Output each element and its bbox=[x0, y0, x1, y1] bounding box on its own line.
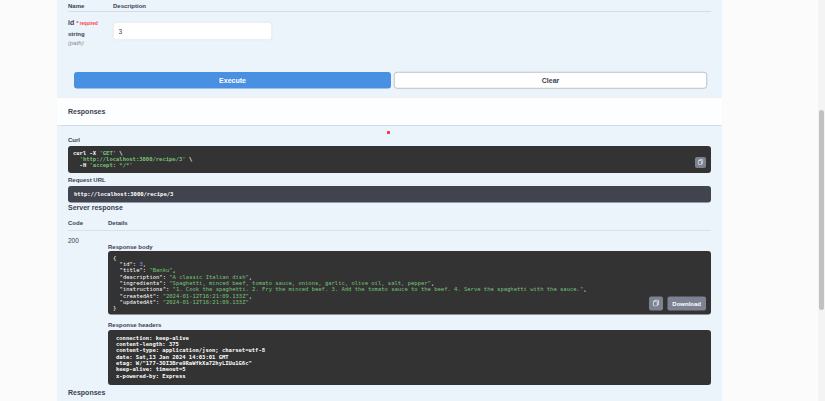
required-badge: * required bbox=[76, 21, 98, 26]
response-body-json: { "id": 3, "title": "Banku", "descriptio… bbox=[113, 255, 706, 312]
response-body-block: { "id": 3, "title": "Banku", "descriptio… bbox=[108, 251, 711, 315]
curl-copy-button[interactable] bbox=[695, 157, 706, 168]
status-code: 200 bbox=[68, 237, 79, 245]
operation-panel: Name Description id * required string (p… bbox=[57, 0, 722, 401]
parameter-type: string bbox=[68, 30, 85, 37]
request-url-value: http://localhost:3000/recipe/3 bbox=[74, 191, 173, 198]
swagger-ui-page: Name Description id * required string (p… bbox=[0, 0, 825, 401]
required-label: required bbox=[80, 21, 98, 26]
server-response-label: Server response bbox=[68, 203, 123, 211]
scrollbar-thumb[interactable] bbox=[819, 110, 824, 310]
parameter-location: (path) bbox=[68, 39, 84, 46]
request-url-label: Request URL bbox=[68, 176, 106, 183]
clear-button[interactable]: Clear bbox=[394, 72, 707, 89]
documented-responses-title: Responses bbox=[68, 389, 105, 397]
curl-command-block: curl -X 'GET' \ 'http://localhost:3000/r… bbox=[68, 146, 711, 173]
stage: Name Description id * required string (p… bbox=[0, 0, 825, 401]
execute-button[interactable]: Execute bbox=[74, 72, 391, 89]
parameters-column-description: Description bbox=[113, 2, 146, 9]
responses-title: Responses bbox=[68, 107, 105, 115]
parameters-header-divider bbox=[68, 12, 711, 13]
parameter-name: id * required bbox=[68, 18, 98, 26]
response-body-copy-button[interactable] bbox=[649, 297, 663, 311]
responses-section-header: Responses bbox=[57, 97, 722, 125]
loading-indicator bbox=[387, 131, 390, 134]
response-headers-block: connection: keep-alivecontent-length: 37… bbox=[108, 330, 711, 385]
curl-command-text: curl -X 'GET' \ 'http://localhost:3000/r… bbox=[73, 150, 706, 169]
parameter-name-text: id bbox=[68, 18, 74, 26]
response-table-divider bbox=[68, 230, 711, 231]
download-button[interactable]: Download bbox=[667, 297, 706, 311]
parameters-column-name: Name bbox=[68, 2, 84, 9]
copy-icon bbox=[653, 299, 660, 308]
code-column-header: Code bbox=[68, 219, 83, 226]
required-asterisk: * bbox=[76, 19, 78, 26]
response-headers-text: connection: keep-alivecontent-length: 37… bbox=[116, 335, 703, 379]
parameter-id-input[interactable] bbox=[113, 22, 272, 40]
response-headers-label: Response headers bbox=[108, 321, 161, 328]
response-body-label: Response body bbox=[108, 243, 153, 250]
scrollbar bbox=[818, 0, 825, 401]
details-column-header: Details bbox=[108, 219, 128, 226]
request-url-block: http://localhost:3000/recipe/3 bbox=[68, 186, 711, 203]
copy-icon bbox=[698, 159, 704, 167]
curl-label: Curl bbox=[68, 136, 80, 143]
